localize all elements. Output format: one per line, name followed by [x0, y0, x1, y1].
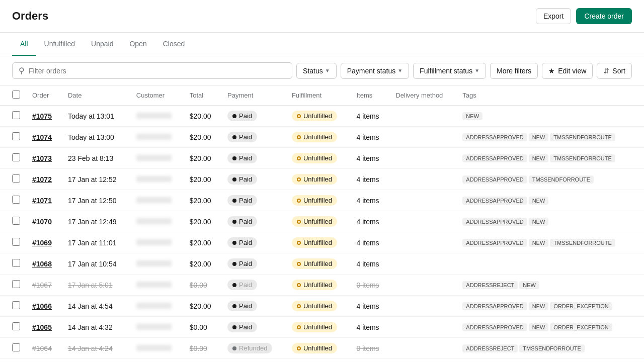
total-cell: $0.00 — [184, 338, 221, 359]
row-checkbox[interactable] — [12, 259, 20, 267]
order-id-cell[interactable]: #1069 — [26, 232, 62, 253]
row-checkbox[interactable] — [12, 196, 20, 204]
customer-cell — [130, 127, 184, 148]
order-link[interactable]: #1064 — [32, 344, 52, 352]
payment-cell: Paid — [221, 169, 286, 190]
date-cell: 17 Jan at 10:54 — [62, 253, 130, 275]
order-link[interactable]: #1069 — [32, 239, 52, 247]
table-row: #1065 14 Jan at 4:32 $0.00 Paid Unfulfil… — [0, 317, 644, 338]
tab-open[interactable]: Open — [121, 33, 154, 56]
items-cell: 4 items — [351, 253, 390, 275]
tab-closed[interactable]: Closed — [155, 33, 193, 56]
order-link[interactable]: #1067 — [32, 281, 52, 289]
export-button[interactable]: Export — [536, 8, 571, 24]
fulfillment-badge: Unfulfilled — [292, 280, 337, 290]
row-checkbox[interactable] — [12, 280, 20, 288]
order-link[interactable]: #1075 — [32, 112, 52, 120]
payment-badge: Paid — [227, 216, 257, 227]
row-checkbox-cell[interactable] — [0, 106, 26, 127]
tab-unpaid[interactable]: Unpaid — [83, 33, 121, 56]
order-link[interactable]: #1068 — [32, 260, 52, 268]
customer-cell — [130, 211, 184, 232]
order-link[interactable]: #1074 — [32, 133, 52, 141]
row-checkbox-cell[interactable] — [0, 275, 26, 296]
row-checkbox-cell[interactable] — [0, 296, 26, 317]
order-id-cell[interactable]: #1073 — [26, 148, 62, 169]
row-checkbox[interactable] — [12, 174, 20, 183]
order-id-cell[interactable]: #1063 — [26, 359, 62, 363]
order-id-cell[interactable]: #1075 — [26, 106, 62, 127]
table-row: #1070 17 Jan at 12:49 $20.00 Paid Unfulf… — [0, 211, 644, 232]
total-cell: $0.00 — [184, 317, 221, 338]
edit-view-label: Edit view — [558, 67, 586, 75]
sort-button[interactable]: ⇵ Sort — [597, 63, 632, 79]
select-all-checkbox[interactable] — [12, 90, 20, 99]
customer-cell — [130, 106, 184, 127]
more-filters-button[interactable]: More filters — [490, 63, 538, 79]
date-cell: 17 Jan at 12:49 — [62, 211, 130, 232]
order-id-cell[interactable]: #1067 — [26, 275, 62, 296]
payment-badge: Paid — [227, 153, 257, 163]
order-link[interactable]: #1070 — [32, 218, 52, 226]
row-checkbox[interactable] — [12, 322, 20, 330]
row-checkbox-cell[interactable] — [0, 169, 26, 190]
fulfillment-status-label: Fulfillment status — [420, 67, 472, 75]
status-filter-button[interactable]: Status ▼ — [296, 63, 337, 79]
total-cell: $20.00 — [184, 190, 221, 211]
order-link[interactable]: #1065 — [32, 323, 52, 331]
total-cell: $20.00 — [184, 253, 221, 275]
fulfillment-status-filter-button[interactable]: Fulfillment status ▼ — [413, 63, 486, 79]
row-checkbox-cell[interactable] — [0, 190, 26, 211]
customer-cell — [130, 253, 184, 275]
search-box[interactable]: ⚲ — [12, 62, 292, 79]
customer-cell — [130, 169, 184, 190]
order-id-cell[interactable]: #1065 — [26, 317, 62, 338]
fulfillment-cell: Unfulfilled — [286, 317, 351, 338]
create-order-button[interactable]: Create order — [576, 8, 632, 24]
order-link[interactable]: #1073 — [32, 154, 52, 162]
order-id-cell[interactable]: #1071 — [26, 190, 62, 211]
order-link[interactable]: #1066 — [32, 302, 52, 310]
row-checkbox-cell[interactable] — [0, 232, 26, 253]
row-checkbox[interactable] — [12, 111, 20, 119]
payment-badge: Refunded — [227, 343, 272, 353]
row-checkbox-cell[interactable] — [0, 253, 26, 275]
order-id-cell[interactable]: #1066 — [26, 296, 62, 317]
row-checkbox[interactable] — [12, 343, 20, 351]
tags-cell: ADDRESSAPPROVEDNEW — [456, 190, 644, 211]
tags-cell: ADDRESSAPPROVEDNEW — [456, 211, 644, 232]
search-input[interactable] — [29, 67, 286, 75]
date-cell: 14 Jan at 4:32 — [62, 317, 130, 338]
fulfillment-badge: Unfulfilled — [292, 111, 337, 121]
payment-status-filter-button[interactable]: Payment status ▼ — [341, 63, 409, 79]
row-checkbox-cell[interactable] — [0, 148, 26, 169]
order-id-cell[interactable]: #1070 — [26, 211, 62, 232]
order-link[interactable]: #1072 — [32, 175, 52, 184]
row-checkbox[interactable] — [12, 132, 20, 140]
row-checkbox-cell[interactable] — [0, 317, 26, 338]
row-checkbox[interactable] — [12, 153, 20, 161]
row-checkbox-cell[interactable] — [0, 127, 26, 148]
customer-cell — [130, 359, 184, 363]
order-link[interactable]: #1071 — [32, 197, 52, 205]
tags-cell: ORDER_EXCEPTION — [456, 359, 644, 363]
row-checkbox[interactable] — [12, 301, 20, 309]
tags-cell: ADDRESSAPPROVEDNEWTMSSENDFORROUTE — [456, 148, 644, 169]
order-id-cell[interactable]: #1068 — [26, 253, 62, 275]
row-checkbox-cell[interactable] — [0, 359, 26, 363]
select-all-header[interactable] — [0, 85, 26, 106]
customer-cell — [130, 190, 184, 211]
payment-cell: Paid — [221, 211, 286, 232]
order-id-cell[interactable]: #1064 — [26, 338, 62, 359]
row-checkbox[interactable] — [12, 217, 20, 225]
row-checkbox-cell[interactable] — [0, 338, 26, 359]
search-icon: ⚲ — [19, 66, 25, 75]
row-checkbox[interactable] — [12, 238, 20, 246]
tab-unfulfilled[interactable]: Unfulfilled — [36, 33, 83, 56]
tab-all[interactable]: All — [12, 33, 36, 56]
tag: NEW — [529, 218, 549, 226]
edit-view-button[interactable]: ★ Edit view — [542, 63, 593, 79]
order-id-cell[interactable]: #1072 — [26, 169, 62, 190]
order-id-cell[interactable]: #1074 — [26, 127, 62, 148]
row-checkbox-cell[interactable] — [0, 211, 26, 232]
